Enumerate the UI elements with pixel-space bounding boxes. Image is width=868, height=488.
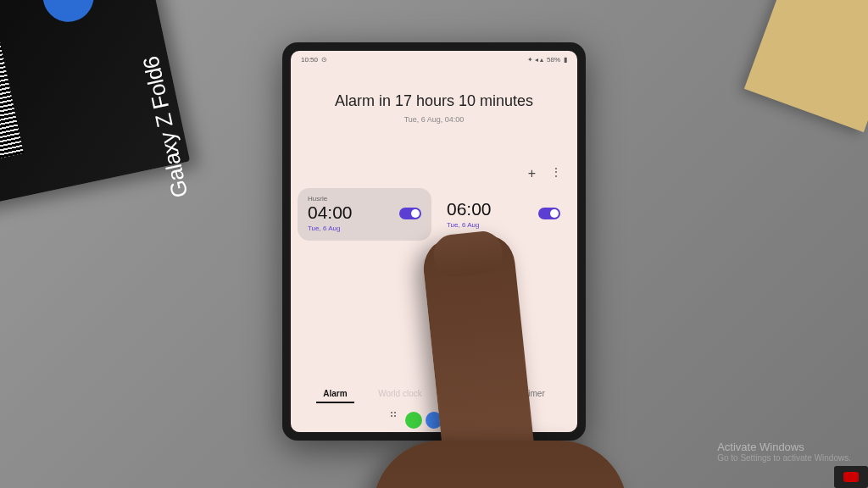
battery-text: 58% [547, 56, 560, 64]
wood-block [744, 0, 868, 132]
windows-watermark: Activate Windows Go to Settings to activ… [717, 441, 851, 463]
alarm-date: Tue, 6 Aug [447, 221, 492, 229]
alarm-indicator-icon: ⊙ [321, 56, 327, 64]
samsung-badge [38, 0, 98, 26]
header: Alarm in 17 hours 10 minutes Tue, 6 Aug,… [291, 69, 577, 132]
next-alarm-title: Alarm in 17 hours 10 minutes [308, 92, 560, 110]
tab-worldclock[interactable]: World clock [371, 385, 429, 403]
app-drawer-icon[interactable] [385, 412, 402, 429]
more-options-button[interactable]: ⋮ [551, 166, 560, 181]
barcode [0, 4, 24, 162]
alarm-time: 04:00 [308, 202, 353, 223]
add-alarm-button[interactable]: + [528, 166, 536, 181]
alarms-list: Husrle 04:00 Tue, 6 Aug 06:00 Tue, 6 Aug [291, 188, 577, 241]
bottom-tabs: Alarm World clock Stopwatch Timer [291, 385, 577, 403]
tab-alarm[interactable]: Alarm [316, 385, 353, 403]
battery-icon: ▮ [564, 56, 567, 64]
box-label: Galaxy Z Fold6 [137, 54, 193, 200]
product-box: Galaxy Z Fold6 [0, 0, 190, 207]
status-bar: 10:50 ⊙ ✦ ◂ ▴ 58% ▮ [291, 51, 577, 69]
alarm-time: 06:00 [447, 199, 492, 219]
watermark-sub: Go to Settings to activate Windows. [717, 453, 851, 463]
alarm-date: Tue, 6 Aug [308, 225, 353, 232]
toolbar: + ⋮ [291, 132, 577, 188]
alarm-toggle[interactable] [399, 208, 421, 219]
phone-app-icon[interactable] [405, 412, 422, 429]
alarm-toggle[interactable] [538, 208, 560, 219]
alarm-label: Husrle [308, 195, 353, 202]
watermark-title: Activate Windows [717, 441, 851, 453]
alarm-card[interactable]: 06:00 Tue, 6 Aug [437, 188, 570, 241]
dock [291, 412, 577, 429]
signal-icon: ✦ ◂ ▴ [527, 56, 543, 64]
status-time: 10:50 [301, 56, 318, 64]
tablet-device: 10:50 ⊙ ✦ ◂ ▴ 58% ▮ Alarm in 17 hours 10… [282, 42, 586, 441]
user-hand [373, 441, 627, 488]
alarm-card[interactable]: Husrle 04:00 Tue, 6 Aug [298, 188, 431, 241]
next-alarm-subtitle: Tue, 6 Aug, 04:00 [308, 115, 560, 124]
youtube-logo-icon [834, 466, 868, 488]
